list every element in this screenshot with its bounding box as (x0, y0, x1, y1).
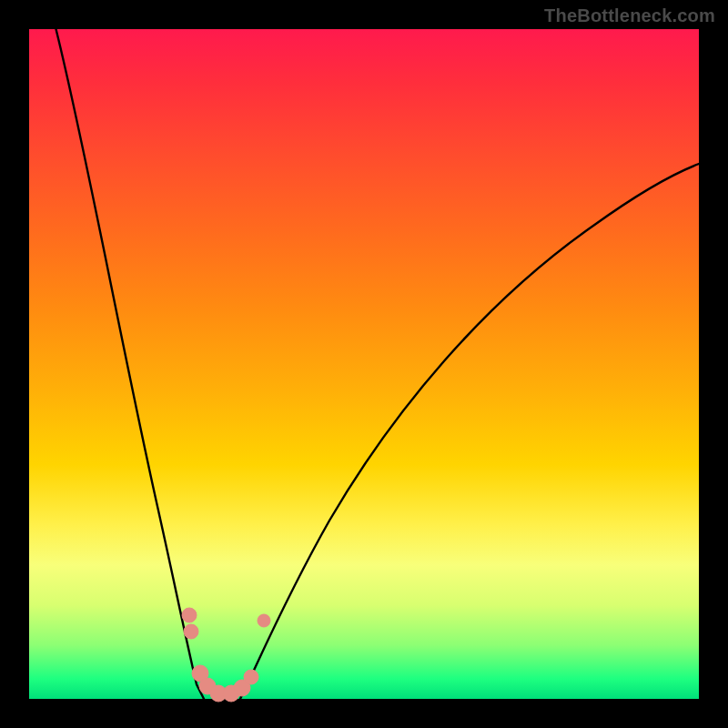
curve-left-branch (55, 24, 204, 699)
marker-dot (258, 614, 270, 627)
chart-svg (29, 29, 699, 699)
marker-dot (182, 608, 197, 622)
curve-right-branch (240, 164, 699, 699)
optimal-marker-group (182, 608, 270, 702)
watermark-text: TheBottleneck.com (544, 5, 715, 26)
marker-dot (184, 624, 198, 639)
marker-dot (244, 670, 258, 684)
chart-frame: TheBottleneck.com (0, 0, 728, 728)
plot-area (29, 29, 699, 699)
